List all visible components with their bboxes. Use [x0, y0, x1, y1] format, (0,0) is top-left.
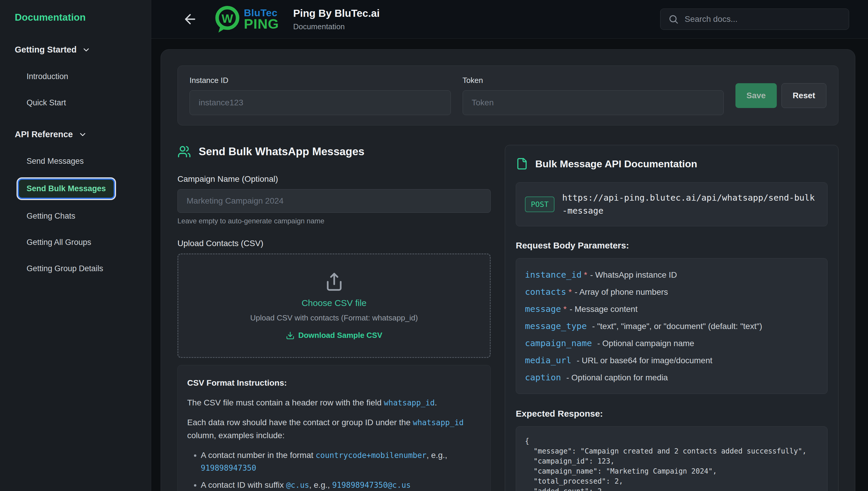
- param-row: message_type- "text", "image", or "docum…: [525, 321, 818, 331]
- param-name: instance_id: [525, 270, 582, 280]
- sidebar-section-header-getting-started[interactable]: Getting Started: [15, 45, 142, 55]
- api-panel-header: Bulk Message API Documentation: [516, 157, 828, 170]
- csv-instruction-p2: Each data row should have the contact or…: [187, 416, 481, 442]
- section-label: Getting Started: [15, 45, 77, 55]
- svg-text:W: W: [222, 12, 233, 25]
- token-field-group: Token: [463, 76, 724, 115]
- credentials-buttons: Save Reset: [735, 83, 827, 108]
- campaign-name-label: Campaign Name (Optional): [177, 174, 491, 184]
- content-area: Instance ID Token Save Reset: [151, 39, 868, 491]
- json-line: "message": "Campaign created and 2 conta…: [525, 446, 818, 456]
- token-input[interactable]: [463, 90, 724, 115]
- bulk-section-header: Send Bulk WhatsApp Messages: [177, 145, 491, 158]
- http-method-badge: POST: [525, 197, 555, 212]
- choose-csv-link[interactable]: Choose CSV file: [184, 298, 484, 308]
- sidebar-item-quick-start[interactable]: Quick Start: [19, 94, 74, 112]
- params-heading: Request Body Parameters:: [516, 240, 828, 251]
- csv-dropzone[interactable]: Choose CSV file Upload CSV with contacts…: [177, 254, 491, 358]
- endpoint-url: https://api-ping.blutec.ai/api/whatsapp/…: [562, 192, 818, 217]
- inline-code: countrycode+mobilenumber: [316, 451, 427, 460]
- api-panel-title: Bulk Message API Documentation: [535, 158, 697, 170]
- title-block: Ping By BluTec.ai Documentation: [293, 7, 380, 31]
- endpoint-box: POST https://api-ping.blutec.ai/api/what…: [516, 182, 828, 226]
- param-desc: - URL or base64 for image/document: [577, 356, 712, 365]
- param-name: contacts: [525, 287, 566, 297]
- inline-code: 919898947350: [201, 464, 256, 472]
- csv-example-item: A contact number in the format countryco…: [201, 449, 481, 474]
- arrow-left-icon: [183, 11, 198, 27]
- blutec-ping-logo: W BluTec PING: [212, 4, 279, 34]
- campaign-name-input[interactable]: [177, 189, 491, 213]
- sidebar-items-api-reference: Send Messages Send Bulk Messages Getting…: [15, 152, 142, 278]
- csv-instructions-box: CSV Format Instructions: The CSV file mu…: [177, 365, 491, 491]
- csv-example-item: A contact ID with suffix @c.us, e.g., 91…: [201, 479, 481, 491]
- sidebar-item-send-messages[interactable]: Send Messages: [19, 152, 91, 170]
- param-name: message: [525, 304, 561, 314]
- main-area: W BluTec PING Ping By BluTec.ai Document…: [151, 0, 868, 491]
- download-sample-link[interactable]: Download Sample CSV: [286, 331, 382, 340]
- section-label: API Reference: [15, 129, 73, 139]
- logo-text: BluTec PING: [244, 8, 279, 31]
- token-label: Token: [463, 76, 724, 85]
- bulk-section-title: Send Bulk WhatsApp Messages: [199, 145, 364, 158]
- instance-id-label: Instance ID: [190, 76, 451, 85]
- param-desc: - Message content: [569, 305, 637, 314]
- sidebar-section-header-api-reference[interactable]: API Reference: [15, 129, 142, 139]
- params-box: instance_id*- WhatsApp instance ID conta…: [516, 258, 828, 394]
- save-button[interactable]: Save: [735, 83, 777, 108]
- response-box: { "message": "Campaign created and 2 con…: [516, 426, 828, 491]
- json-line: {: [525, 436, 818, 446]
- search-input[interactable]: [685, 15, 841, 24]
- csv-example-list: A contact number in the format countryco…: [187, 449, 481, 491]
- search-box[interactable]: [660, 8, 849, 30]
- topbar: W BluTec PING Ping By BluTec.ai Document…: [151, 0, 868, 39]
- instance-id-input[interactable]: [190, 90, 451, 115]
- sidebar-item-getting-all-groups[interactable]: Getting All Groups: [19, 233, 99, 252]
- param-name: media_url: [525, 355, 571, 365]
- upload-hint: Upload CSV with contacts (Format: whatsa…: [184, 313, 484, 322]
- sidebar-item-send-bulk-messages[interactable]: Send Bulk Messages: [18, 178, 115, 199]
- json-line: "added_count": 2,: [525, 486, 818, 491]
- csv-instructions-title: CSV Format Instructions:: [187, 376, 481, 389]
- two-column-layout: Send Bulk WhatsApp Messages Campaign Nam…: [177, 145, 838, 491]
- param-desc: - Optional campaign name: [597, 339, 694, 348]
- param-row: caption- Optional caption for media: [525, 372, 818, 382]
- api-docs-panel: Bulk Message API Documentation POST http…: [505, 145, 838, 491]
- sidebar-item-introduction[interactable]: Introduction: [19, 67, 76, 86]
- required-marker: *: [569, 287, 572, 296]
- chevron-down-icon: [82, 46, 91, 54]
- sidebar: Documentation Getting Started Introducti…: [0, 0, 151, 491]
- sidebar-item-getting-group-details[interactable]: Getting Group Details: [19, 260, 111, 278]
- response-heading: Expected Response:: [516, 409, 828, 419]
- param-row: media_url- URL or base64 for image/docum…: [525, 355, 818, 365]
- bulk-form-column: Send Bulk WhatsApp Messages Campaign Nam…: [177, 145, 491, 491]
- param-row: instance_id*- WhatsApp instance ID: [525, 270, 818, 280]
- page-subtitle: Documentation: [293, 22, 380, 31]
- param-name: campaign_name: [525, 338, 592, 348]
- credentials-panel: Instance ID Token Save Reset: [177, 65, 838, 125]
- docs-card: Instance ID Token Save Reset: [161, 49, 855, 491]
- param-name: caption: [525, 372, 561, 382]
- back-button[interactable]: [181, 10, 200, 29]
- sidebar-section-api-reference: API Reference Send Messages Send Bulk Me…: [15, 129, 142, 278]
- required-marker: *: [563, 305, 566, 314]
- sidebar-item-getting-chats[interactable]: Getting Chats: [19, 207, 83, 225]
- param-desc: - Array of phone numbers: [575, 287, 668, 296]
- csv-instruction-p1: The CSV file must contain a header row w…: [187, 396, 481, 409]
- logo-ping-text: PING: [244, 18, 279, 31]
- download-icon: [286, 331, 295, 340]
- api-docs-column: Bulk Message API Documentation POST http…: [505, 145, 838, 491]
- param-desc: - WhatsApp instance ID: [590, 270, 677, 280]
- json-line: "campaign_id": 123,: [525, 456, 818, 466]
- json-line: "total_processed": 2,: [525, 476, 818, 486]
- sidebar-items-getting-started: Introduction Quick Start: [15, 67, 142, 112]
- upload-icon: [325, 272, 344, 291]
- users-icon: [177, 145, 191, 158]
- param-row: contacts*- Array of phone numbers: [525, 287, 818, 297]
- reset-button[interactable]: Reset: [782, 83, 827, 108]
- required-marker: *: [584, 270, 587, 280]
- inline-code: whatsapp_id: [384, 398, 435, 407]
- json-line: "campaign_name": "Marketing Campaign 202…: [525, 466, 818, 476]
- inline-code: @c.us: [286, 481, 309, 490]
- inline-code: 919898947350@c.us: [332, 481, 411, 490]
